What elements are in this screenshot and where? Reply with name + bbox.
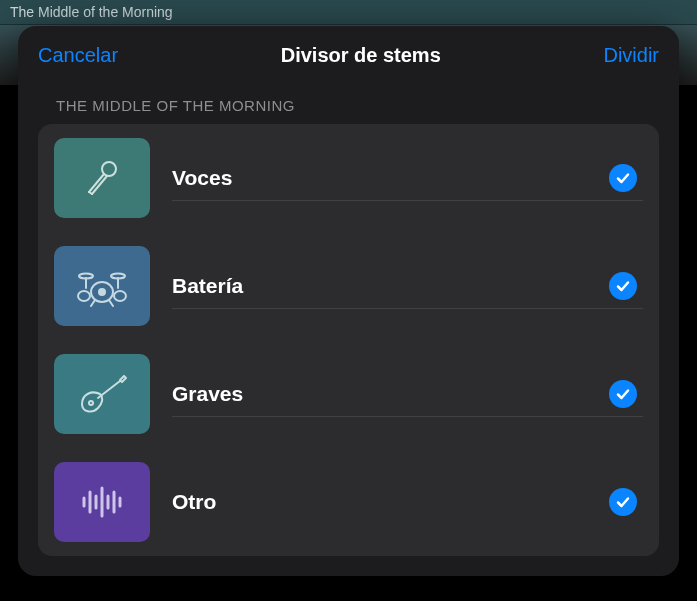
waveform-icon bbox=[54, 462, 150, 542]
checkbox-voces[interactable] bbox=[609, 164, 637, 192]
guitar-icon bbox=[54, 354, 150, 434]
stem-row-graves[interactable]: Graves bbox=[54, 340, 643, 448]
checkmark-icon bbox=[615, 494, 631, 510]
cancel-button[interactable]: Cancelar bbox=[38, 44, 118, 67]
track-title: The Middle of the Morning bbox=[10, 4, 173, 20]
stem-label: Voces bbox=[172, 166, 609, 190]
checkmark-icon bbox=[615, 170, 631, 186]
svg-point-12 bbox=[78, 291, 90, 301]
svg-point-13 bbox=[114, 291, 126, 301]
svg-line-3 bbox=[89, 192, 92, 194]
stem-row-voces[interactable]: Voces bbox=[54, 124, 643, 232]
drums-icon bbox=[54, 246, 150, 326]
stem-row-bateria[interactable]: Batería bbox=[54, 232, 643, 340]
checkbox-otro[interactable] bbox=[609, 488, 637, 516]
svg-line-7 bbox=[109, 300, 113, 306]
stem-label: Batería bbox=[172, 274, 609, 298]
checkmark-icon bbox=[615, 386, 631, 402]
svg-point-15 bbox=[89, 401, 93, 405]
section-title: THE MIDDLE OF THE MORNING bbox=[18, 83, 679, 124]
checkbox-graves[interactable] bbox=[609, 380, 637, 408]
split-button[interactable]: Dividir bbox=[603, 44, 659, 67]
stems-list: Voces bbox=[38, 124, 659, 556]
stem-splitter-modal: Cancelar Divisor de stems Dividir THE MI… bbox=[18, 26, 679, 576]
svg-point-5 bbox=[99, 289, 105, 295]
svg-line-6 bbox=[91, 300, 95, 306]
stem-label: Graves bbox=[172, 382, 609, 406]
track-title-bar: The Middle of the Morning bbox=[0, 0, 697, 25]
mic-icon bbox=[54, 138, 150, 218]
stem-row-otro[interactable]: Otro bbox=[54, 448, 643, 556]
modal-title: Divisor de stems bbox=[281, 44, 441, 67]
stem-label: Otro bbox=[172, 490, 609, 514]
checkmark-icon bbox=[615, 278, 631, 294]
checkbox-bateria[interactable] bbox=[609, 272, 637, 300]
